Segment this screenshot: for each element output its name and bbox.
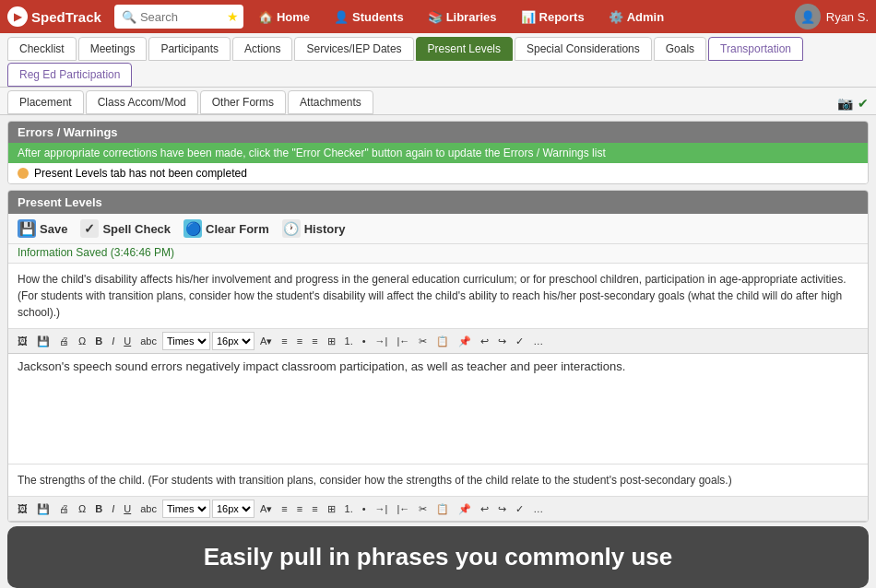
nav-admin-label: Admin <box>627 10 664 24</box>
tab-actions[interactable]: Actions <box>232 37 292 61</box>
editor1-toolbar: 🖼 💾 🖨 Ω B I U abc Times Arial 16px 12px … <box>8 329 868 354</box>
warning-text: Present Levels tab has not been complete… <box>34 167 247 180</box>
user-name: Ryan S. <box>826 10 869 24</box>
editor2-color-btn[interactable]: A▾ <box>256 501 276 517</box>
editor-align-right-btn[interactable]: ≡ <box>308 334 321 348</box>
editor2-bold-btn[interactable]: B <box>91 501 106 516</box>
present-levels-section: Present Levels 💾 Save ✓ Spell Check 🔵 Cl… <box>7 190 869 523</box>
editor-cut-btn[interactable]: ✂ <box>415 334 431 349</box>
editor-save-btn[interactable]: 💾 <box>33 334 53 349</box>
home-icon: 🏠 <box>258 10 273 24</box>
editor2-cut-btn[interactable]: ✂ <box>415 501 431 517</box>
editor2-italic-btn[interactable]: I <box>108 501 118 516</box>
description2: The strengths of the child. (For student… <box>8 465 868 497</box>
editor2-omega-btn[interactable]: Ω <box>75 501 89 516</box>
tab-transportation[interactable]: Transportation <box>708 37 803 61</box>
tab-goals[interactable]: Goals <box>654 37 706 61</box>
toolbar-row: 💾 Save ✓ Spell Check 🔵 Clear Form 🕐 Hist… <box>8 214 868 244</box>
editor-spellcheck-btn[interactable]: ✓ <box>512 334 527 349</box>
tab-checklist[interactable]: Checklist <box>7 37 77 61</box>
editor2-size-select[interactable]: 16px 12px 14px 18px <box>212 500 255 518</box>
nav-libraries-label: Libraries <box>446 10 497 24</box>
editor2-table-btn[interactable]: ⊞ <box>324 501 339 517</box>
search-input[interactable] <box>140 10 223 24</box>
nav-students[interactable]: 👤 Students <box>325 6 413 28</box>
tab-meetings[interactable]: Meetings <box>78 37 148 61</box>
clear-form-button[interactable]: 🔵 Clear Form <box>183 219 269 238</box>
spell-icon: ✓ <box>80 219 99 238</box>
editor2-more-btn[interactable]: … <box>529 501 547 516</box>
editor2-paste-btn[interactable]: 📌 <box>455 501 475 517</box>
editor-copy-btn[interactable]: 📋 <box>432 334 453 349</box>
editor-abc-btn[interactable]: abc <box>136 334 160 348</box>
editor-outdent-btn[interactable]: |← <box>393 334 413 348</box>
editor-align-center-btn[interactable]: ≡ <box>293 334 306 348</box>
clear-form-label: Clear Form <box>206 222 269 236</box>
editor2-redo-btn[interactable]: ↪ <box>494 501 510 517</box>
editor2-align-left-btn[interactable]: ≡ <box>278 501 290 516</box>
user-area[interactable]: 👤 Ryan S. <box>795 4 869 29</box>
editor-undo-btn[interactable]: ↩ <box>477 334 492 349</box>
search-box[interactable]: 🔍 ★ <box>114 5 243 29</box>
tab-reg-ed[interactable]: Reg Ed Participation <box>7 63 132 87</box>
editor-more-btn[interactable]: … <box>529 334 547 348</box>
tab-class-accom[interactable]: Class Accom/Mod <box>86 90 198 114</box>
editor-list-ul-btn[interactable]: • <box>359 334 370 348</box>
nav-libraries[interactable]: 📚 Libraries <box>419 6 506 28</box>
errors-warnings-section: Errors / Warnings After appropriate corr… <box>7 121 869 184</box>
nav-home[interactable]: 🏠 Home <box>249 6 319 28</box>
tab-special-considerations[interactable]: Special Considerations <box>515 37 652 61</box>
tab-attachments[interactable]: Attachments <box>288 90 373 114</box>
editor-underline-btn[interactable]: U <box>120 334 135 348</box>
editor1-size-select[interactable]: 16px 12px 14px 18px <box>212 332 255 350</box>
tab-services-iep[interactable]: Services/IEP Dates <box>294 37 413 61</box>
editor-indent-btn[interactable]: →| <box>372 334 392 348</box>
nav-admin[interactable]: ⚙️ Admin <box>599 6 673 28</box>
editor-paste-btn[interactable]: 📌 <box>455 334 475 349</box>
tab-placement[interactable]: Placement <box>7 90 84 114</box>
libraries-icon: 📚 <box>428 10 443 24</box>
editor-table-btn[interactable]: ⊞ <box>324 334 339 349</box>
camera-icon[interactable]: 📷 <box>837 96 853 111</box>
editor2-indent-btn[interactable]: →| <box>372 501 392 516</box>
nav-home-label: Home <box>277 10 310 24</box>
tab-other-forms[interactable]: Other Forms <box>200 90 286 114</box>
editor2-underline-btn[interactable]: U <box>120 501 135 516</box>
editor2-outdent-btn[interactable]: |← <box>393 501 413 516</box>
check-icon[interactable]: ✔ <box>858 96 869 111</box>
editor-color-btn[interactable]: A▾ <box>256 334 276 349</box>
history-label: History <box>304 222 346 236</box>
editor1-font-select[interactable]: Times Arial <box>162 332 210 350</box>
editor2-toolbar: 🖼 💾 🖨 Ω B I U abc Times Arial 16px 12px … <box>8 497 868 522</box>
history-button[interactable]: 🕐 History <box>282 219 346 238</box>
editor-list-ol-btn[interactable]: 1. <box>341 334 357 348</box>
editor2-list-ul-btn[interactable]: • <box>359 501 370 516</box>
spell-check-button[interactable]: ✓ Spell Check <box>80 219 171 238</box>
editor-omega-btn[interactable]: Ω <box>75 334 89 348</box>
editor-img-btn[interactable]: 🖼 <box>14 334 31 348</box>
errors-warning-row: Present Levels tab has not been complete… <box>8 163 868 183</box>
editor2-img-btn[interactable]: 🖼 <box>14 501 31 516</box>
editor2-align-center-btn[interactable]: ≡ <box>293 501 306 516</box>
logo-icon: ▶ <box>7 6 28 27</box>
editor-redo-btn[interactable]: ↪ <box>494 334 510 349</box>
editor-italic-btn[interactable]: I <box>108 334 118 348</box>
editor2-list-ol-btn[interactable]: 1. <box>341 501 357 516</box>
tab-participants[interactable]: Participants <box>148 37 231 61</box>
editor2-abc-btn[interactable]: abc <box>136 501 160 516</box>
editor1-content[interactable]: Jackson's speech sound errors negatively… <box>8 354 868 465</box>
editor2-font-select[interactable]: Times Arial <box>162 500 210 518</box>
tab-present-levels[interactable]: Present Levels <box>416 37 513 61</box>
nav-reports[interactable]: 📊 Reports <box>512 6 594 28</box>
editor-print-btn[interactable]: 🖨 <box>55 334 73 348</box>
editor2-save-btn[interactable]: 💾 <box>33 501 53 517</box>
save-button[interactable]: 💾 Save <box>18 219 67 238</box>
editor2-print-btn[interactable]: 🖨 <box>55 501 73 516</box>
logo[interactable]: ▶ SpedTrack <box>7 6 101 27</box>
editor2-align-right-btn[interactable]: ≡ <box>308 501 321 516</box>
editor2-copy-btn[interactable]: 📋 <box>432 501 453 517</box>
editor-align-left-btn[interactable]: ≡ <box>278 334 290 348</box>
editor-bold-btn[interactable]: B <box>91 334 106 348</box>
editor2-spellcheck-btn[interactable]: ✓ <box>512 501 527 517</box>
editor2-undo-btn[interactable]: ↩ <box>477 501 492 517</box>
